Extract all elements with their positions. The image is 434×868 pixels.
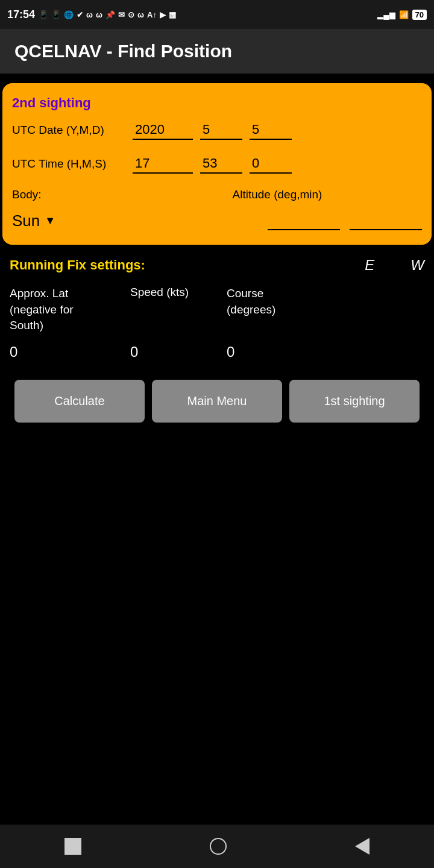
signal-icon: ▂▄▆ — [377, 10, 395, 19]
speed-value: 0 — [130, 344, 227, 360]
course-label: Course(degrees) — [227, 286, 424, 318]
approx-lat-value: 0 — [10, 344, 130, 360]
utc-time-row: UTC Time (H,M,S) — [12, 154, 422, 174]
mail-icon: ✉ — [118, 10, 125, 19]
nav-bar — [0, 825, 434, 868]
circle-icon — [210, 838, 227, 855]
altitude-inputs — [133, 211, 422, 230]
running-fix-title: Running Fix settings: — [10, 257, 365, 273]
altitude-label: Altitude (deg,min) — [133, 188, 422, 201]
sighting-card: 2nd sighting UTC Date (Y,M,D) UTC Time (… — [2, 83, 432, 245]
font-icon: A↑ — [147, 10, 157, 19]
facebook-icon: 📱 — [39, 10, 48, 19]
browser-icon: 🌐 — [64, 10, 74, 19]
w-icon2: ω — [96, 10, 102, 19]
main-menu-button[interactable]: Main Menu — [152, 380, 282, 423]
first-sighting-button[interactable]: 1st sighting — [289, 380, 420, 423]
app-header: QCELNAV - Find Position — [0, 29, 434, 74]
utc-date-day[interactable] — [250, 121, 292, 140]
e-label: E — [365, 257, 374, 274]
nav-home-button[interactable] — [205, 833, 231, 860]
running-fix-columns: Approx. Lat(negative forSouth) Speed (kt… — [10, 286, 424, 334]
running-fix-section: Running Fix settings: E W Approx. Lat(ne… — [0, 245, 434, 435]
battery-indicator: 70 — [412, 10, 427, 20]
status-time-section: 17:54 📱 📱 🌐 ✔ ω ω 📌 ✉ ⊙ ω A↑ ▶ ▦ — [7, 8, 176, 21]
utc-date-inputs — [133, 121, 422, 140]
back-triangle-icon — [355, 838, 370, 855]
square-icon — [64, 838, 81, 855]
course-value: 0 — [227, 344, 234, 360]
pin-icon: 📌 — [105, 10, 115, 19]
check-icon: ✔ — [77, 10, 83, 19]
calculate-button[interactable]: Calculate — [14, 380, 145, 423]
utc-date-month[interactable] — [200, 121, 242, 140]
status-app-icons: 📱 📱 🌐 ✔ ω ω 📌 ✉ ⊙ ω A↑ ▶ ▦ — [39, 10, 176, 19]
w-icon1: ω — [86, 10, 93, 19]
w-icon3: ω — [137, 10, 144, 19]
running-fix-header: Running Fix settings: E W — [10, 257, 424, 274]
wifi-icon: 📶 — [399, 10, 409, 19]
status-right-section: ▂▄▆ 📶 70 — [377, 10, 427, 20]
status-bar: 17:54 📱 📱 🌐 ✔ ω ω 📌 ✉ ⊙ ω A↑ ▶ ▦ ▂▄▆ 📶 7… — [0, 0, 434, 29]
nav-back-button[interactable] — [350, 833, 374, 860]
utc-date-label: UTC Date (Y,M,D) — [12, 124, 133, 137]
status-time: 17:54 — [7, 8, 35, 21]
grid-icon: ▦ — [169, 10, 176, 19]
body-select-value: Sun — [12, 212, 40, 230]
youtube-icon: ▶ — [160, 10, 166, 19]
main-content: 2nd sighting UTC Date (Y,M,D) UTC Time (… — [0, 74, 434, 435]
utc-date-year[interactable] — [133, 121, 193, 140]
utc-time-s[interactable] — [250, 154, 292, 174]
facebook2-icon: 📱 — [51, 10, 61, 19]
utc-time-inputs — [133, 154, 422, 174]
speed-label: Speed (kts) — [130, 286, 227, 299]
w-label: W — [410, 257, 424, 274]
button-row: Calculate Main Menu 1st sighting — [10, 380, 424, 423]
circle-icon: ⊙ — [128, 10, 134, 19]
approx-lat-label: Approx. Lat(negative forSouth) — [10, 286, 130, 334]
utc-date-row: UTC Date (Y,M,D) — [12, 121, 422, 140]
utc-time-h[interactable] — [133, 154, 193, 174]
altitude-min-input[interactable] — [350, 211, 422, 230]
dropdown-arrow-icon[interactable]: ▼ — [45, 215, 55, 227]
sighting-label: 2nd sighting — [12, 95, 422, 111]
body-altitude-labels-row: Body: Altitude (deg,min) — [12, 188, 422, 201]
body-select-wrapper[interactable]: Sun ▼ — [12, 212, 133, 230]
utc-time-m[interactable] — [200, 154, 242, 174]
body-select-row: Sun ▼ — [12, 211, 422, 230]
body-label: Body: — [12, 188, 133, 201]
altitude-deg-input[interactable] — [268, 211, 340, 230]
ew-labels: E W — [365, 257, 424, 274]
running-fix-values: 0 0 0 — [10, 344, 424, 360]
app-title: QCELNAV - Find Position — [14, 41, 232, 61]
nav-square-button[interactable] — [60, 833, 86, 860]
utc-time-label: UTC Time (H,M,S) — [12, 157, 133, 171]
